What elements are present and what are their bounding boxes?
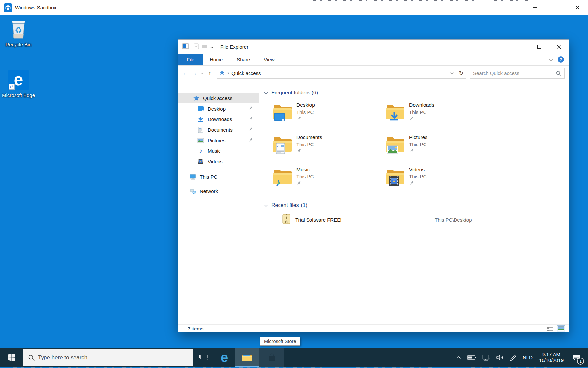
action-center-button[interactable]: 1 (567, 348, 586, 367)
taskbar-clock[interactable]: 9:17 AM 10/10/2019 (536, 352, 567, 363)
host-minimize-button[interactable] (525, 0, 546, 15)
taskbar-file-explorer-button[interactable] (235, 348, 259, 367)
section-header-frequent-folders[interactable]: Frequent folders (6) (263, 90, 569, 96)
pen-icon[interactable] (507, 348, 520, 367)
pin-icon (248, 127, 253, 133)
tab-file[interactable]: File (178, 54, 203, 65)
microsoft-store-tooltip: Microsoft Store (260, 337, 300, 346)
search-icon[interactable] (556, 71, 561, 76)
items-count: 7 items (188, 326, 203, 331)
sidebar-item-documents[interactable]: Documents (178, 124, 259, 135)
pin-icon (409, 148, 427, 154)
recent-locations-chevron-icon[interactable] (199, 72, 205, 74)
recent-file-row[interactable]: Trial Software FREE! This PC\Desktop (263, 214, 569, 225)
battery-icon[interactable] (464, 348, 479, 367)
refresh-button[interactable]: ↻ (456, 70, 466, 76)
folder-tile-desktop[interactable]: Desktop This PC (272, 102, 385, 123)
desktop-icon-recycle-bin[interactable]: ♻ Recycle Bin (1, 18, 36, 48)
network-icon[interactable] (479, 348, 493, 367)
breadcrumb-location[interactable]: Quick access (231, 70, 261, 76)
sidebar-item-videos[interactable]: Videos (178, 156, 259, 167)
taskbar-search-input[interactable] (38, 355, 193, 361)
pin-icon (296, 116, 315, 122)
search-icon (28, 355, 35, 361)
sidebar-item-network[interactable]: Network (178, 186, 259, 196)
address-bar[interactable]: › Quick access ↻ (217, 68, 466, 79)
qat-properties-icon[interactable] (182, 43, 189, 50)
desktop-folder-icon (197, 106, 205, 111)
frequent-folders-grid: Desktop This PC Downloads (272, 102, 569, 187)
file-explorer-window: File Explorer File Home Share View (178, 39, 569, 332)
pin-icon (248, 106, 253, 112)
sidebar-item-quick-access[interactable]: Quick access (178, 93, 259, 103)
host-window-title: Windows-Sandbox (15, 5, 56, 10)
qat-new-item-icon[interactable] (193, 43, 199, 50)
tab-view[interactable]: View (257, 54, 281, 65)
address-dropdown-chevron-icon[interactable] (448, 72, 456, 74)
sidebar-item-pictures[interactable]: Pictures (178, 135, 259, 145)
pin-icon (409, 116, 434, 122)
taskbar-search-box (23, 349, 193, 366)
notification-badge: 1 (577, 358, 584, 365)
collapse-chevron-icon[interactable] (264, 204, 268, 207)
breadcrumb-chevron[interactable]: › (227, 70, 229, 76)
windows-sandbox-screen: Windows-Sandbox ♻ Recycle Bin e (0, 0, 588, 368)
sidebar-item-music[interactable]: ♪ Music (178, 145, 259, 156)
music-folder-icon: ♪ (272, 166, 293, 187)
host-maximize-button[interactable] (546, 0, 567, 15)
details-view-button[interactable] (546, 325, 555, 332)
videos-icon (197, 158, 205, 164)
music-note-glyph: ♪ (275, 176, 281, 189)
language-indicator[interactable]: NLD (520, 348, 536, 367)
explorer-maximize-button[interactable] (529, 40, 549, 54)
expand-ribbon-chevron-icon[interactable] (549, 57, 553, 62)
folder-tile-music[interactable]: ♪ Music This PC (272, 166, 385, 187)
pictures-folder-icon (385, 134, 406, 155)
hidden-icons-chevron[interactable] (454, 348, 464, 367)
volume-icon[interactable] (493, 348, 507, 367)
microsoft-store-icon (267, 353, 276, 362)
downloads-folder-icon (385, 102, 406, 123)
folder-tile-downloads[interactable]: Downloads This PC (385, 102, 497, 123)
desktop-icon-microsoft-edge[interactable]: e Microsoft Edge (1, 68, 36, 98)
folder-tile-documents[interactable]: A Documents This PC (272, 134, 385, 155)
qat-customize-chevron-icon[interactable] (210, 44, 214, 50)
tab-share[interactable]: Share (230, 54, 257, 65)
folder-tile-pictures[interactable]: Pictures This PC (385, 134, 497, 155)
sidebar-item-desktop[interactable]: Desktop (178, 103, 259, 114)
taskbar-edge-button[interactable]: e (214, 348, 235, 367)
start-button[interactable] (0, 348, 23, 367)
up-button[interactable]: ↑ (205, 70, 214, 77)
folder-tile-videos[interactable]: Videos This PC (385, 166, 497, 187)
screen-artifact (313, 0, 478, 1)
explorer-minimize-button[interactable] (509, 40, 529, 54)
shortcut-arrow-icon (9, 84, 15, 90)
this-pc-icon (189, 174, 197, 180)
quick-access-star-icon (192, 95, 200, 101)
pin-icon (248, 138, 253, 144)
explorer-close-button[interactable] (549, 40, 569, 54)
taskbar: e NLD 9:17 AM (0, 348, 588, 367)
desktop-icon-label: Microsoft Edge (1, 92, 36, 98)
large-icons-view-button[interactable] (557, 325, 565, 332)
taskbar-microsoft-store-button[interactable] (259, 348, 284, 367)
task-view-button[interactable] (193, 348, 214, 367)
sidebar-item-downloads[interactable]: Downloads (178, 114, 259, 124)
edge-icon: e (8, 70, 29, 90)
host-close-button[interactable] (567, 0, 588, 15)
screen-artifact (185, 367, 323, 368)
desktop-icon-label: Recycle Bin (1, 41, 36, 48)
collapse-chevron-icon[interactable] (264, 92, 268, 94)
tab-home[interactable]: Home (203, 54, 230, 65)
section-header-recent-files[interactable]: Recent files (1) (263, 202, 569, 208)
sidebar-item-this-pc[interactable]: This PC (178, 172, 259, 182)
recycle-bin-icon: ♻ (1, 18, 36, 39)
qat-folder-icon[interactable] (202, 44, 208, 50)
back-button[interactable]: ← (181, 70, 190, 77)
screen-artifact (471, 367, 550, 368)
forward-button[interactable]: → (190, 70, 199, 77)
explorer-search-input[interactable] (470, 70, 556, 76)
address-bar-row: ← → ↑ › Quick access ↻ (178, 66, 569, 81)
help-button[interactable]: ? (558, 56, 564, 63)
recent-file-location: This PC\Desktop (435, 217, 472, 223)
